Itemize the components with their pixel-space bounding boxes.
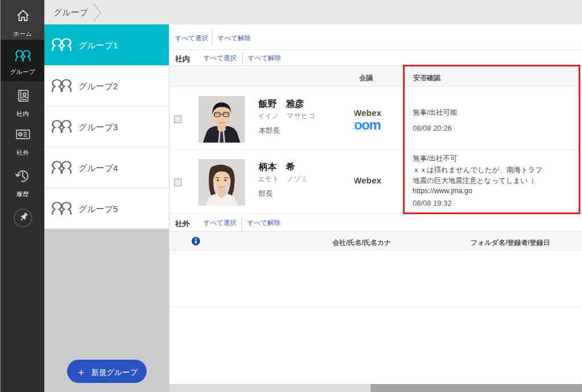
sidebar-label-external: 社外 xyxy=(1,149,45,157)
sidebar-label-history: 履歴 xyxy=(1,190,45,198)
safety-message-line: https://www.jma.go xyxy=(413,186,577,197)
meeting-cell: Webex xyxy=(351,150,382,214)
column-header-company: 会社/氏名/氏名カナ xyxy=(332,238,391,248)
group-list-item-4[interactable]: グループ4 xyxy=(44,147,169,188)
divider xyxy=(242,52,243,66)
member-name: 柄本 希 xyxy=(259,161,295,173)
sidebar-item-home[interactable]: ホーム xyxy=(1,0,45,40)
member-photo xyxy=(198,159,246,206)
sidebar-item-internal[interactable]: 社内 xyxy=(1,81,45,121)
safety-status: 無事/出社可能 xyxy=(413,108,457,118)
home-icon xyxy=(16,9,30,22)
member-checkbox[interactable] xyxy=(174,178,182,186)
fade-overlay xyxy=(351,87,356,149)
safety-cell: 無事/出社可能 08/08 20:26 xyxy=(413,87,577,149)
member-job-title: 本部長 xyxy=(259,126,280,136)
history-icon xyxy=(15,169,30,183)
safety-status: 無事/出社不可 xyxy=(413,154,457,164)
external-table-header: 会社/氏名/氏名カナ フォルダ名/登録者/登録日 xyxy=(169,231,582,251)
app-window: ホーム グループ 社内 社外 履歴 グループ グループ1 xyxy=(0,0,582,392)
webex-logo: Webex xyxy=(354,176,381,185)
member-kana: エモト ノゾミ xyxy=(257,174,308,184)
member-photo xyxy=(198,96,246,143)
member-row-iino[interactable]: 飯野 雅彦 イイノ マサヒコ 本部長 Webex zoom 無事/出社可能 08… xyxy=(169,87,582,150)
new-group-button[interactable]: ＋新規グループ xyxy=(67,360,147,383)
group-list-item-2[interactable]: グループ2 xyxy=(44,65,169,106)
member-kana: イイノ マサヒコ xyxy=(257,111,315,121)
info-icon[interactable] xyxy=(192,237,200,245)
member-checkbox[interactable] xyxy=(174,115,182,123)
safety-message-line: 地震の巨大地震注意となってしまい（ xyxy=(413,176,577,186)
group-list-item-5[interactable]: グループ5 xyxy=(44,188,169,229)
sidebar-item-history[interactable]: 履歴 xyxy=(1,161,45,201)
business-card-icon xyxy=(16,130,30,139)
member-row-emoto[interactable]: 柄本 希 エモト ノゾミ 部長 Webex 無事/出社不可 ｘｘは揺れませんでし… xyxy=(169,150,582,214)
meeting-cell: Webex zoom xyxy=(351,87,382,149)
chevron-right-icon xyxy=(93,3,102,22)
group-label: グループ5 xyxy=(78,204,118,215)
internal-clear-all-link[interactable]: すべて解除 xyxy=(248,54,281,62)
member-job-title: 部長 xyxy=(259,189,273,199)
external-select-all-link[interactable]: すべて選択 xyxy=(203,219,236,227)
group-label: グループ1 xyxy=(78,40,118,51)
safety-timestamp: 08/08 19:32 xyxy=(413,199,452,207)
external-empty-row xyxy=(169,251,582,307)
internal-section-title: 社内 xyxy=(175,54,190,64)
sidebar-item-external[interactable]: 社外 xyxy=(1,121,45,161)
webex-logo: Webex xyxy=(354,108,381,118)
address-book-icon xyxy=(16,89,30,103)
sidebar-item-groups[interactable]: グループ xyxy=(1,40,45,81)
group-label: グループ3 xyxy=(78,122,118,133)
safety-message: ｘｘは揺れませんでしたが、南海トラフ 地震の巨大地震注意となってしまい（ htt… xyxy=(413,165,577,197)
breadcrumb[interactable]: グループ xyxy=(53,7,88,18)
groups-icon xyxy=(15,50,31,61)
select-all-link[interactable]: すべて選択 xyxy=(175,34,208,43)
main-content: すべて選択 すべて解除 社内 すべて選択 すべて解除 会議 安否確認 xyxy=(169,24,582,392)
group-icon xyxy=(52,161,72,174)
group-list-item-3[interactable]: グループ3 xyxy=(44,106,169,147)
internal-table-header: 会議 安否確認 xyxy=(169,65,582,87)
clear-all-link[interactable]: すべて解除 xyxy=(218,34,251,43)
pin-icon xyxy=(14,208,32,227)
member-name: 飯野 雅彦 xyxy=(259,98,304,110)
safety-timestamp: 08/08 20:26 xyxy=(413,124,452,132)
internal-select-all-link[interactable]: すべて選択 xyxy=(203,54,236,62)
fade-overlay xyxy=(351,150,356,214)
external-section-title: 社外 xyxy=(175,219,190,229)
sidebar: ホーム グループ 社内 社外 履歴 xyxy=(0,0,44,392)
breadcrumb-bar: グループ xyxy=(44,0,582,24)
sidebar-label-internal: 社内 xyxy=(1,110,45,118)
column-header-folder: フォルダ名/登録者/登録日 xyxy=(471,238,550,248)
sidebar-pin-button[interactable] xyxy=(1,208,45,227)
group-list: グループ1 グループ2 グループ3 グループ4 グループ5 ＋新規グループ xyxy=(44,24,169,392)
group-list-item-1[interactable]: グループ1 xyxy=(44,24,169,65)
column-header-meeting: 会議 xyxy=(359,73,373,83)
selection-toolbar: すべて選択 すべて解除 xyxy=(169,24,582,50)
external-clear-all-link[interactable]: すべて解除 xyxy=(247,219,280,227)
group-icon xyxy=(52,202,72,215)
group-icon xyxy=(52,38,72,51)
sidebar-label-groups: グループ xyxy=(1,68,45,76)
plus-icon: ＋ xyxy=(76,366,86,378)
column-header-safety: 安否確認 xyxy=(413,73,440,83)
group-label: グループ4 xyxy=(78,163,118,174)
group-icon xyxy=(52,120,72,133)
external-section-bar: 社外 すべて選択 すべて解除 xyxy=(169,214,582,231)
scrollbar-thumb[interactable] xyxy=(371,384,582,392)
safety-cell: 無事/出社不可 ｘｘは揺れませんでしたが、南海トラフ 地震の巨大地震注意となって… xyxy=(413,150,577,214)
divider xyxy=(242,217,242,231)
safety-message-line: ｘｘは揺れませんでしたが、南海トラフ xyxy=(413,165,577,176)
divider xyxy=(212,30,213,45)
group-label: グループ2 xyxy=(78,81,118,92)
horizontal-scrollbar[interactable] xyxy=(169,384,582,392)
group-icon xyxy=(52,79,72,92)
new-group-label: 新規グループ xyxy=(92,368,138,377)
internal-section-bar: 社内 すべて選択 すべて解除 xyxy=(169,50,582,65)
sidebar-label-home: ホーム xyxy=(1,30,45,38)
